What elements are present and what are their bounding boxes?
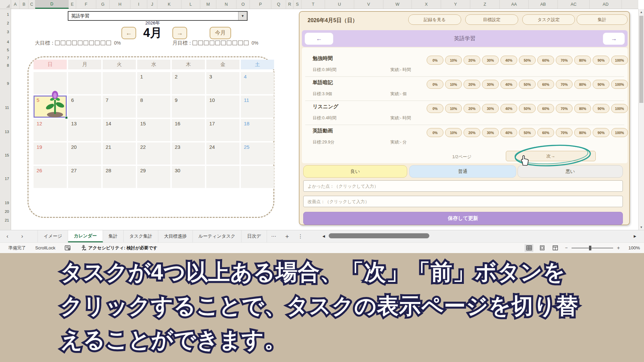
column-header[interactable]: S	[293, 0, 302, 9]
percent-button[interactable]: 0%	[427, 128, 443, 137]
percent-button[interactable]: 20%	[464, 56, 480, 65]
percent-button[interactable]: 50%	[519, 104, 536, 113]
calendar-day[interactable]: 17	[206, 119, 239, 141]
calendar-day[interactable]: 1	[137, 72, 170, 94]
percent-button[interactable]: 0%	[427, 56, 443, 65]
macro-record-icon[interactable]	[65, 245, 71, 251]
tabs-prev-icon[interactable]: ‹	[0, 230, 15, 242]
zoom-out-icon[interactable]: －	[564, 245, 569, 251]
column-header[interactable]: X	[412, 0, 441, 9]
calendar-day[interactable]	[103, 72, 136, 94]
percent-button[interactable]: 30%	[482, 56, 499, 65]
calendar-day[interactable]: 21	[103, 142, 136, 165]
column-header[interactable]: L	[181, 0, 200, 9]
row-header[interactable]: 13	[5, 129, 9, 135]
row-header[interactable]: 3	[7, 29, 9, 35]
calendar-day[interactable]: 23	[172, 142, 205, 165]
calendar-day[interactable]: 14	[103, 119, 136, 141]
calendar-day[interactable]: 15	[137, 119, 170, 141]
dropdown-arrow-icon[interactable]: ▼	[238, 12, 247, 20]
percent-button[interactable]: 60%	[537, 104, 554, 113]
row-header[interactable]: 11	[5, 105, 9, 111]
percent-button[interactable]: 80%	[574, 80, 591, 89]
calendar-day[interactable]: 20	[68, 142, 101, 165]
row-header[interactable]: 19	[5, 200, 9, 206]
calendar-day[interactable]: 8	[137, 96, 170, 118]
percent-button[interactable]: 60%	[537, 128, 554, 137]
next-category-button[interactable]: →	[603, 33, 625, 45]
horizontal-scroll-thumb[interactable]	[329, 233, 429, 238]
calendar-day[interactable]: 19	[34, 142, 67, 165]
accessibility-status[interactable]: アクセシビリティ: 検討が必要です	[81, 245, 157, 251]
calendar-day[interactable]: 26	[34, 166, 67, 188]
percent-button[interactable]: 50%	[519, 56, 536, 65]
improvement-input[interactable]	[303, 196, 623, 207]
zoom-track[interactable]	[572, 248, 613, 248]
calendar-day[interactable]: 2	[172, 72, 205, 94]
row-header[interactable]: 20	[5, 208, 9, 215]
calendar-day[interactable]: 11	[241, 96, 274, 118]
scroll-left-icon[interactable]: ◀	[321, 233, 327, 239]
zoom-knob[interactable]	[589, 246, 591, 250]
sheet-menu-icon[interactable]: ⋮	[294, 230, 307, 242]
percent-button[interactable]: 20%	[464, 128, 480, 137]
horizontal-scrollbar[interactable]: ◀ ▶	[321, 232, 639, 240]
percent-button[interactable]: 70%	[556, 80, 573, 89]
calendar-day[interactable]: 13	[68, 119, 101, 141]
column-header[interactable]: T	[302, 0, 325, 9]
sheet-tab[interactable]: ルーティンタスク	[193, 230, 241, 242]
zoom-slider[interactable]: － ＋	[564, 245, 621, 251]
row-header[interactable]: 5	[7, 47, 9, 53]
percent-button[interactable]: 40%	[500, 80, 517, 89]
column-header[interactable]: P	[250, 0, 271, 9]
percent-button[interactable]: 10%	[445, 104, 462, 113]
task-settings-button[interactable]: タスク設定	[522, 14, 575, 25]
column-header[interactable]: Y	[441, 0, 470, 9]
column-header[interactable]: AC	[558, 0, 590, 9]
more-tabs-icon[interactable]: ⋯	[267, 230, 280, 242]
sheet-tab[interactable]: 大目標進捗	[158, 230, 193, 242]
percent-button[interactable]: 100%	[611, 104, 628, 113]
column-header[interactable]: A	[11, 0, 20, 9]
row-header[interactable]: 8	[7, 62, 9, 68]
percent-button[interactable]: 70%	[556, 128, 573, 137]
sheet-tab[interactable]: タスク集計	[124, 230, 158, 242]
row-header[interactable]: 15	[5, 152, 9, 158]
column-header[interactable]: D	[35, 0, 69, 9]
zoom-level[interactable]: 100%	[625, 245, 640, 250]
column-header[interactable]: Z	[470, 0, 500, 9]
calendar-day[interactable]	[241, 166, 274, 188]
percent-button[interactable]: 0%	[427, 104, 443, 113]
column-header[interactable]: N	[216, 0, 236, 9]
sheet-tab[interactable]: 集計	[103, 230, 124, 242]
percent-button[interactable]: 90%	[593, 104, 609, 113]
sheet-tab[interactable]: イメージ	[38, 230, 68, 242]
column-header[interactable]: H	[110, 0, 130, 9]
percent-button[interactable]: 40%	[500, 104, 517, 113]
page-break-view-icon[interactable]	[551, 244, 559, 252]
calendar-day[interactable]: 3	[206, 72, 239, 94]
percent-button[interactable]: 80%	[574, 104, 591, 113]
percent-button[interactable]: 70%	[556, 104, 573, 113]
add-sheet-icon[interactable]: ＋	[280, 230, 294, 242]
column-header[interactable]: AD	[590, 0, 622, 9]
percent-button[interactable]: 90%	[593, 80, 609, 89]
column-header[interactable]: E	[69, 0, 76, 9]
column-header[interactable]: G	[96, 0, 110, 9]
column-header[interactable]: U	[325, 0, 354, 9]
percent-button[interactable]: 40%	[500, 56, 517, 65]
percent-button[interactable]: 10%	[445, 80, 462, 89]
calendar-day[interactable]: 10	[206, 96, 239, 118]
percent-button[interactable]: 100%	[611, 56, 628, 65]
calendar-day[interactable]: 4	[241, 72, 274, 94]
percent-button[interactable]: 30%	[482, 104, 499, 113]
column-header[interactable]: Q	[271, 0, 286, 9]
calendar-day[interactable]: 25	[241, 142, 274, 165]
column-header[interactable]: J	[147, 0, 157, 9]
percent-button[interactable]: 90%	[593, 128, 609, 137]
calendar-day[interactable]: 6	[68, 96, 101, 118]
percent-button[interactable]: 60%	[537, 80, 554, 89]
percent-button[interactable]: 40%	[500, 128, 517, 137]
percent-button[interactable]: 30%	[482, 80, 499, 89]
percent-button[interactable]: 70%	[556, 56, 573, 65]
